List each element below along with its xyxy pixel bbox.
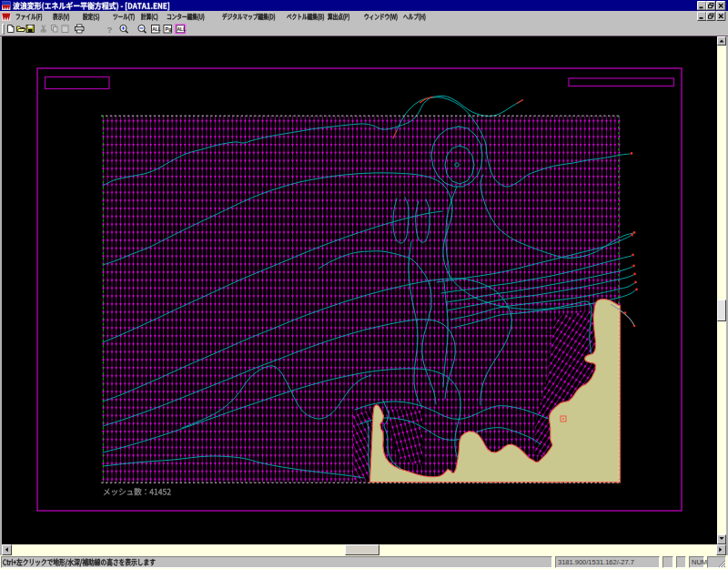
svg-text:ALL: ALL — [177, 26, 187, 32]
svg-text:ALL: ALL — [152, 26, 161, 32]
svg-text:Pg: Pg — [166, 26, 172, 32]
svg-text:?: ? — [107, 25, 113, 35]
